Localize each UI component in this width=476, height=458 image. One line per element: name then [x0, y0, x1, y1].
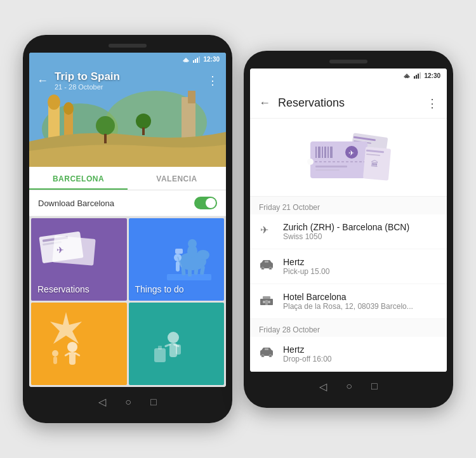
svg-rect-43	[53, 357, 57, 364]
download-label: Download Barcelona	[38, 199, 114, 208]
svg-point-82	[262, 268, 263, 269]
svg-rect-95	[265, 348, 268, 350]
phone-top-speaker	[29, 44, 226, 48]
star-illustration	[31, 303, 101, 372]
svg-rect-27	[181, 266, 185, 275]
screen-2: 12:30 ← Reservations ⋮	[250, 69, 447, 372]
svg-rect-84	[265, 261, 268, 263]
download-toggle-row: Download Barcelona	[29, 190, 226, 216]
trip-title: Trip to Spain	[55, 70, 201, 83]
speaker-grille	[109, 44, 147, 48]
car-svg-2	[260, 347, 274, 357]
reservations-title: Reservations	[278, 96, 419, 110]
things-to-do-card[interactable]: Things to do	[129, 218, 225, 301]
trip-info: Trip to Spain 21 - 28 October	[55, 70, 201, 91]
status-bar-2: 12:30	[402, 72, 440, 79]
reservations-header: 12:30 ← Reservations ⋮	[250, 69, 447, 119]
flight-info: Zurich (ZRH) - Barcelona (BCN) Swiss 105…	[283, 222, 409, 241]
reservations-label: Reservations	[37, 284, 89, 294]
svg-rect-50	[158, 346, 162, 350]
hertz-pickup-title: Hertz	[283, 257, 329, 267]
svg-text:✈: ✈	[56, 245, 64, 255]
hertz-pickup-sub: Pick-up 15.00	[283, 267, 329, 276]
svg-rect-56	[420, 72, 421, 79]
screen-1: 12:30 ← Trip to Spain 21 - 28 October ⋮ …	[29, 53, 226, 387]
svg-point-93	[262, 355, 263, 357]
svg-point-38	[67, 342, 77, 352]
recents-nav-1[interactable]: □	[150, 396, 157, 408]
svg-marker-37	[50, 312, 82, 344]
back-button-2[interactable]: ←	[259, 96, 270, 110]
reservations-hero-illustration: ✈ 🏛	[250, 119, 447, 197]
svg-rect-89	[265, 300, 268, 305]
flight-item[interactable]: ✈ Zurich (ZRH) - Barcelona (BCN) Swiss 1…	[250, 214, 447, 249]
person-illustration	[129, 303, 199, 372]
date-section-1: Friday 21 October	[250, 197, 447, 214]
reservations-card[interactable]: ✈ Reservations	[31, 218, 127, 301]
svg-rect-69	[330, 147, 333, 158]
svg-text:🏛: 🏛	[370, 159, 378, 169]
svg-rect-36	[175, 249, 183, 254]
back-nav-2[interactable]: ◁	[319, 381, 327, 393]
feature-cards: ✈ Reservations	[29, 216, 226, 387]
hotel-svg	[260, 294, 274, 305]
flight-route: Zurich (ZRH) - Barcelona (BCN)	[283, 222, 409, 232]
hertz-pickup-info: Hertz Pick-up 15.00	[283, 257, 329, 276]
more-button-2[interactable]: ⋮	[426, 96, 438, 110]
svg-point-88	[268, 301, 270, 303]
svg-point-6	[63, 102, 74, 115]
car-dropoff-item[interactable]: Hertz Drop-off 16:00	[250, 337, 447, 372]
time-2: 12:30	[424, 72, 440, 79]
trip-dates: 21 - 28 October	[55, 83, 201, 91]
tickets-illustration-small: ✈	[37, 221, 107, 272]
phone-2: 12:30 ← Reservations ⋮	[244, 51, 453, 408]
svg-rect-7	[182, 97, 195, 141]
hero-banner: 12:30 ← Trip to Spain 21 - 28 October ⋮	[29, 53, 226, 167]
svg-rect-65	[318, 147, 321, 158]
car-icon-1	[259, 259, 274, 273]
hertz-dropoff-title: Hertz	[283, 344, 332, 355]
svg-rect-12	[142, 128, 145, 135]
svg-point-42	[52, 350, 58, 357]
tab-valencia[interactable]: VALENCIA	[128, 167, 226, 190]
back-nav-1[interactable]: ◁	[98, 396, 106, 408]
svg-point-9	[96, 116, 115, 135]
hertz-dropoff-sub: Drop-off 16:00	[283, 355, 332, 363]
svg-rect-11	[104, 134, 107, 143]
svg-rect-34	[176, 261, 180, 272]
more-button-1[interactable]: ⋮	[207, 74, 218, 88]
car-svg-1	[260, 259, 274, 270]
tab-barcelona[interactable]: BARCELONA	[29, 167, 128, 190]
svg-point-32	[188, 239, 197, 248]
hertz-dropoff-info: Hertz Drop-off 16:00	[283, 344, 332, 363]
flight-icon: ✈	[259, 223, 274, 239]
svg-rect-66	[322, 147, 323, 158]
back-button-1[interactable]: ←	[37, 74, 48, 88]
svg-point-44	[168, 332, 179, 343]
svg-point-62	[307, 159, 314, 165]
svg-text:✈: ✈	[348, 149, 354, 157]
explore-illustration	[31, 303, 127, 385]
bottom-nav-2: ◁ ○ □	[250, 378, 447, 395]
signal-icon-2	[414, 72, 421, 79]
svg-rect-86	[263, 296, 270, 299]
hotel-item[interactable]: Hotel Barcelona Plaça de la Rosa, 12, 08…	[250, 284, 447, 319]
svg-point-10	[136, 114, 151, 129]
food-card[interactable]	[129, 303, 225, 385]
explore-card[interactable]	[31, 303, 127, 385]
food-illustration	[129, 303, 225, 385]
home-nav-1[interactable]: ○	[125, 396, 131, 408]
airplane-icon: ✈	[260, 223, 273, 236]
speaker-grille-2	[329, 60, 367, 63]
phone-1: 12:30 ← Trip to Spain 21 - 28 October ⋮ …	[23, 35, 232, 423]
svg-rect-53	[414, 76, 415, 79]
tickets-hero-svg: ✈ 🏛	[298, 129, 399, 186]
car-pickup-item[interactable]: Hertz Pick-up 15.00	[250, 249, 447, 284]
flight-number: Swiss 1050	[283, 232, 409, 241]
hotel-info: Hotel Barcelona Plaça de la Rosa, 12, 08…	[283, 292, 413, 311]
download-toggle[interactable]	[194, 197, 217, 209]
home-nav-2[interactable]: ○	[346, 381, 352, 392]
hero-top-bar: ← Trip to Spain 21 - 28 October ⋮	[29, 53, 226, 96]
statue-illustration	[151, 218, 224, 288]
recents-nav-2[interactable]: □	[371, 381, 378, 392]
